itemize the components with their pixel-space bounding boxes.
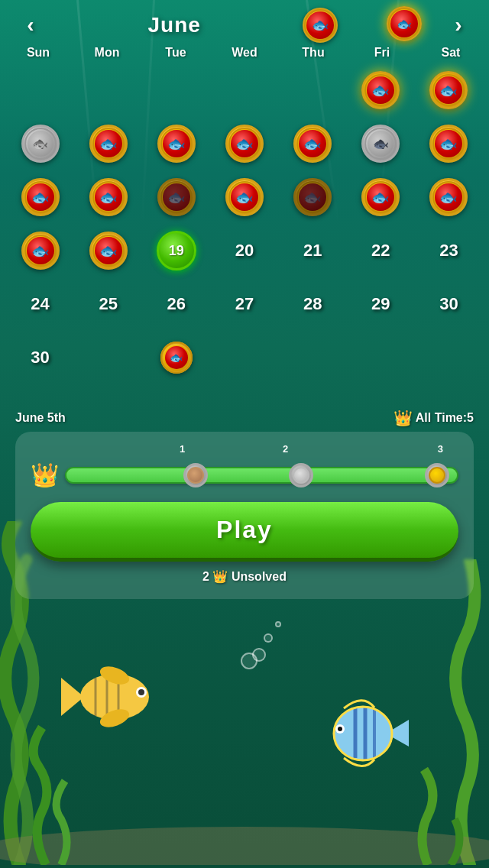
milestone-label-1: 1 xyxy=(180,443,185,455)
info-bar: June 5th 👑 All Time:5 xyxy=(0,405,489,431)
all-time-label: All Time:5 xyxy=(416,411,474,425)
cal-empty-r6 xyxy=(74,331,142,384)
day-27: 27 xyxy=(235,294,254,314)
day-28: 28 xyxy=(303,294,322,314)
date-label: June 5th xyxy=(15,411,66,425)
cal-cell-fri-2[interactable]: 🐟 xyxy=(347,117,415,170)
cal-cell-19[interactable]: 19 xyxy=(142,224,210,277)
cal-empty-r6c xyxy=(279,331,347,384)
cal-cell-tue-2[interactable]: 🐟 xyxy=(142,117,210,170)
cal-cell-wed-2[interactable]: 🐟 xyxy=(210,117,278,170)
cal-empty xyxy=(210,63,278,117)
milestone-label-3: 3 xyxy=(438,443,443,455)
day-22: 22 xyxy=(371,241,390,261)
day-mon: Mon xyxy=(73,42,141,63)
bottom-panel: 1 2 3 👑 Play xyxy=(15,432,474,599)
cal-cell-21[interactable]: 21 xyxy=(279,224,347,277)
cal-empty xyxy=(142,63,210,117)
cal-cell-tue-3[interactable]: 🐟 xyxy=(142,170,210,224)
crown-icon-info: 👑 xyxy=(393,409,413,427)
cal-cell-22[interactable]: 22 xyxy=(347,224,415,277)
month-title: June xyxy=(148,13,201,37)
day-21: 21 xyxy=(303,241,322,261)
day-wed: Wed xyxy=(210,42,279,63)
header-coin: 🐟 xyxy=(303,8,338,43)
milestone-marker-1 xyxy=(183,463,208,487)
cal-cell-30[interactable]: 30 xyxy=(415,277,483,331)
day-thu: Thu xyxy=(279,42,348,63)
cal-cell-sun-3[interactable]: 🐟 xyxy=(6,170,74,224)
progress-section: 1 2 3 👑 xyxy=(31,443,458,488)
cal-cell-sat-1[interactable]: 🐟 xyxy=(415,63,483,117)
cal-cell-27[interactable]: 27 xyxy=(210,277,278,331)
cal-cell-sat-2[interactable]: 🐟 xyxy=(415,117,483,170)
cal-cell-thu-3[interactable]: 🐟 xyxy=(279,170,347,224)
cal-cell-mon-3[interactable]: 🐟 xyxy=(74,170,142,224)
cal-cell-wed-3[interactable]: 🐟 xyxy=(210,170,278,224)
cal-empty-r6d xyxy=(347,331,415,384)
unsolved-count: 2 xyxy=(202,570,209,583)
cal-empty xyxy=(279,63,347,117)
day-30: 30 xyxy=(439,294,458,314)
day-26: 26 xyxy=(167,294,186,314)
cal-cell-30b[interactable]: 30 xyxy=(6,331,74,384)
day-24: 24 xyxy=(31,294,49,314)
unsolved-label: Unsolved xyxy=(232,570,287,583)
cal-cell-mon-4[interactable]: 🐟 xyxy=(74,224,142,277)
cal-cell-sun-2[interactable]: 🐟 xyxy=(6,117,74,170)
crown-icon-unsolved: 👑 xyxy=(212,570,228,583)
top-sparkle-coin-fri: 🐟 xyxy=(387,6,422,41)
progress-fill xyxy=(66,468,457,482)
crown-icon-progress: 👑 xyxy=(31,462,59,488)
cal-cell-coin-sm[interactable]: 🐟 xyxy=(142,331,210,384)
progress-bar-wrapper: 👑 xyxy=(31,462,458,488)
cal-cell-24[interactable]: 24 xyxy=(6,277,74,331)
cal-empty xyxy=(74,63,142,117)
day-19-selected: 19 xyxy=(157,231,196,270)
day-tue: Tue xyxy=(141,42,210,63)
milestone-marker-2 xyxy=(289,463,313,487)
cal-cell-sat-3[interactable]: 🐟 xyxy=(415,170,483,224)
calendar-grid: 🐟 🐟 🐟 🐟 🐟 xyxy=(0,63,489,384)
prev-month-button[interactable]: ‹ xyxy=(15,13,46,37)
cal-empty xyxy=(6,63,74,117)
milestone-marker-3 xyxy=(425,463,449,487)
cal-cell-mon-2[interactable]: 🐟 xyxy=(74,117,142,170)
cal-cell-26[interactable]: 26 xyxy=(142,277,210,331)
day-20: 20 xyxy=(235,241,254,261)
cal-empty-r6b xyxy=(210,331,278,384)
milestone-label-2: 2 xyxy=(283,443,288,455)
day-fri: Fri xyxy=(348,42,416,63)
cal-cell-20[interactable]: 20 xyxy=(210,224,278,277)
cal-cell-thu-2[interactable]: 🐟 xyxy=(279,117,347,170)
progress-track xyxy=(65,467,458,484)
cal-cell-28[interactable]: 28 xyxy=(279,277,347,331)
day-30-extra: 30 xyxy=(31,348,49,368)
play-button[interactable]: Play xyxy=(31,502,458,562)
day-sat: Sat xyxy=(416,42,485,63)
cal-empty-r6e xyxy=(415,331,483,384)
cal-cell-25[interactable]: 25 xyxy=(74,277,142,331)
cal-cell-sun-4[interactable]: 🐟 xyxy=(6,224,74,277)
day-29: 29 xyxy=(371,294,390,314)
next-month-button[interactable]: › xyxy=(443,13,474,37)
day-25: 25 xyxy=(99,294,117,314)
day-sun: Sun xyxy=(4,42,73,63)
cal-cell-fri-3[interactable]: 🐟 xyxy=(347,170,415,224)
cal-cell-23[interactable]: 23 xyxy=(415,224,483,277)
day-23: 23 xyxy=(439,241,458,261)
cal-cell-29[interactable]: 29 xyxy=(347,277,415,331)
cal-cell-fri-1[interactable]: 🐟 xyxy=(347,63,415,117)
day-headers: Sun Mon Tue Wed Thu Fri Sat xyxy=(0,42,489,63)
unsolved-section: 2 👑 Unsolved xyxy=(31,569,458,584)
